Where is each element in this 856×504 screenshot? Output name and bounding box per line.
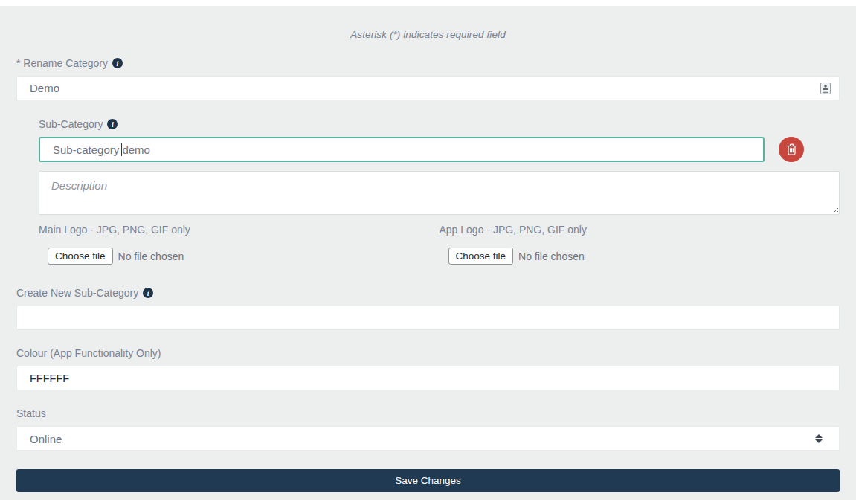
info-icon[interactable]: i <box>107 119 118 129</box>
trash-icon <box>786 143 797 155</box>
rename-category-label-text: * Rename Category <box>16 57 108 69</box>
colour-input[interactable] <box>16 366 840 390</box>
main-logo-label: Main Logo - JPG, PNG, GIF only <box>39 224 440 236</box>
sub-category-label-text: Sub-Category <box>39 118 103 130</box>
description-textarea[interactable] <box>39 171 840 215</box>
delete-subcategory-button[interactable] <box>779 137 804 162</box>
main-logo-file-input[interactable]: Choose file No file chosen <box>48 248 440 265</box>
sub-category-label: Sub-Category i <box>39 118 840 130</box>
app-logo-file-status: No file chosen <box>518 251 585 262</box>
status-select[interactable]: Online <box>16 426 840 451</box>
colour-label-text: Colour (App Functionality Only) <box>16 347 161 359</box>
rename-category-label: * Rename Category i <box>16 57 840 69</box>
app-logo-field: App Logo - JPG, PNG, GIF only Choose fil… <box>440 224 840 265</box>
sub-category-input[interactable] <box>39 137 765 162</box>
main-logo-choose-file-button[interactable]: Choose file <box>48 248 113 265</box>
rename-category-input[interactable] <box>16 76 840 100</box>
status-field: Status Online <box>16 407 840 451</box>
save-changes-button[interactable]: Save Changes <box>16 469 840 492</box>
text-caret <box>121 143 122 156</box>
info-icon[interactable]: i <box>143 288 153 298</box>
info-icon[interactable]: i <box>112 58 123 68</box>
category-edit-form: Asterisk (*) indicates required field * … <box>0 6 856 500</box>
rename-category-field: * Rename Category i <box>16 57 840 100</box>
app-logo-file-input[interactable]: Choose file No file chosen <box>448 248 840 265</box>
colour-field: Colour (App Functionality Only) <box>16 347 840 390</box>
create-subcategory-label: Create New Sub-Category i <box>16 287 840 299</box>
sub-category-section: Sub-Category i Main L <box>39 118 840 265</box>
main-logo-file-status: No file chosen <box>118 251 184 262</box>
create-subcategory-field: Create New Sub-Category i <box>16 287 840 330</box>
app-logo-choose-file-button[interactable]: Choose file <box>448 248 514 265</box>
required-field-notice: Asterisk (*) indicates required field <box>16 29 840 40</box>
status-label-text: Status <box>16 407 46 419</box>
autofill-contact-icon[interactable] <box>820 83 831 94</box>
colour-label: Colour (App Functionality Only) <box>16 347 840 359</box>
status-selected-value: Online <box>30 433 62 445</box>
create-subcategory-input[interactable] <box>16 306 840 330</box>
main-logo-field: Main Logo - JPG, PNG, GIF only Choose fi… <box>39 224 440 265</box>
app-logo-label: App Logo - JPG, PNG, GIF only <box>440 224 840 236</box>
create-subcategory-label-text: Create New Sub-Category <box>16 287 138 299</box>
up-down-arrows-icon <box>815 434 823 443</box>
status-label: Status <box>16 407 840 419</box>
